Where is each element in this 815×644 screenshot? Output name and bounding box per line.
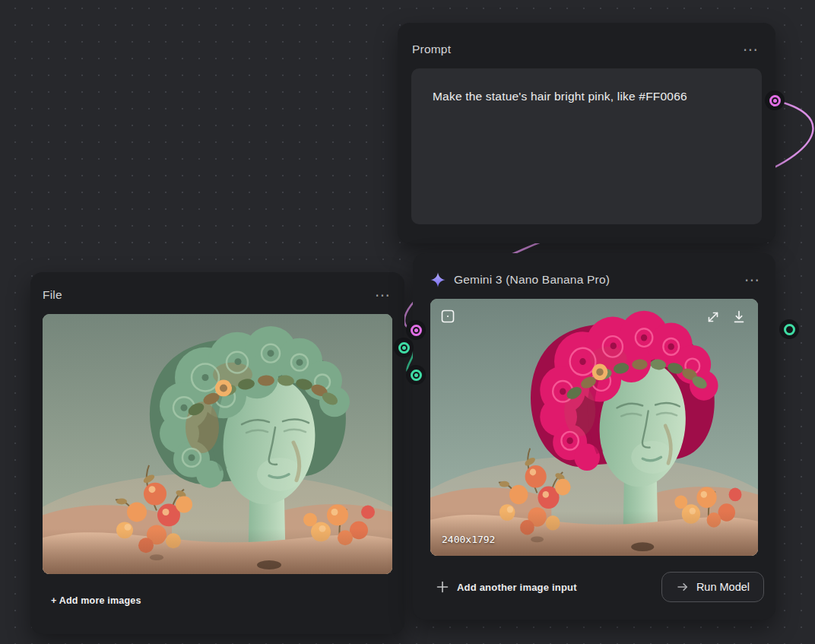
frame-dot-icon[interactable] — [439, 308, 456, 325]
node-model[interactable]: Gemini 3 (Nano Banana Pro) ⋯ — [413, 253, 775, 620]
input-image — [43, 314, 392, 574]
node-title: Gemini 3 (Nano Banana Pro) — [454, 273, 610, 287]
plus-icon — [436, 581, 449, 593]
port-model-image-input[interactable] — [406, 365, 426, 385]
arrow-right-icon — [676, 580, 690, 594]
prompt-text-input[interactable]: Make the statue's hair bright pink, like… — [411, 68, 762, 224]
statue-image-result — [430, 299, 758, 556]
add-more-images-button[interactable]: + Add more images — [51, 595, 141, 606]
canvas[interactable]: Prompt ⋯ Make the statue's hair bright p… — [0, 0, 815, 644]
statue-image-original — [43, 314, 392, 574]
port-model-output[interactable] — [779, 319, 799, 339]
sparkle-icon — [430, 271, 446, 288]
node-title: File — [43, 288, 62, 302]
download-icon[interactable] — [731, 309, 747, 325]
add-image-input-button[interactable]: Add another image input — [436, 581, 577, 593]
port-model-prompt-input[interactable] — [406, 320, 426, 340]
expand-icon[interactable] — [705, 309, 721, 325]
port-file-output[interactable] — [394, 338, 414, 357]
more-options-icon[interactable]: ⋯ — [741, 43, 760, 56]
run-model-button[interactable]: Run Model — [661, 572, 764, 602]
port-prompt-output[interactable] — [765, 90, 785, 110]
output-dimensions-label: 2400x1792 — [442, 534, 495, 545]
run-model-label: Run Model — [696, 581, 750, 593]
output-image: 2400x1792 — [430, 299, 758, 556]
more-options-icon[interactable]: ⋯ — [373, 289, 392, 301]
node-title: Prompt — [412, 43, 451, 56]
more-options-icon[interactable]: ⋯ — [743, 274, 762, 286]
node-file[interactable]: File ⋯ — [30, 272, 404, 634]
node-prompt[interactable]: Prompt ⋯ Make the statue's hair bright p… — [398, 23, 775, 243]
add-image-input-label: Add another image input — [457, 582, 577, 593]
